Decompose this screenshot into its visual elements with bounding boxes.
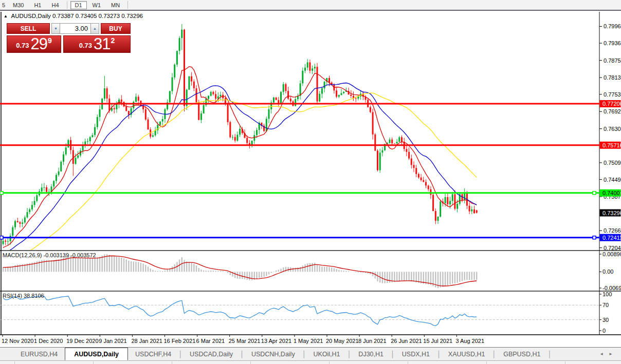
hline-right-handle[interactable] [593, 191, 596, 195]
timeframe-button-h4[interactable]: H4 [47, 1, 63, 9]
ma-line-mid [3, 83, 477, 254]
macd-signal-line [3, 256, 477, 286]
toolbar-separator [67, 1, 67, 9]
svg-text:9 Jan 2021: 9 Jan 2021 [99, 338, 126, 344]
splitter-divider [172, 361, 172, 364]
tab-gbpusd-h1[interactable]: GBPUSD,H1 [496, 348, 547, 360]
svg-text:0.75090: 0.75090 [604, 160, 621, 166]
macd-value-signal: -0.003572 [70, 252, 96, 258]
timeframe-button-5[interactable]: 5 [1, 1, 7, 9]
splitter-divider [250, 361, 251, 364]
one-click-trade-panel: SELL ▼ 3.00 ▲ BUY 0.73 29 9 0.73 31 2 [7, 23, 131, 53]
svg-text:0.79965: 0.79965 [604, 23, 621, 29]
rsi-line [3, 296, 477, 326]
rsi-indicator-label: RSI(14) 38.8106 [3, 293, 44, 299]
tab-xauusd-h1[interactable]: XAUUSD,H1 [441, 348, 492, 360]
timeframe-toolbar: 5M30H1H4D1W1MN [0, 0, 621, 11]
macd-name: MACD(12,26,9) [3, 252, 42, 258]
tab-dj30-h1[interactable]: DJ30,H1 [351, 348, 391, 360]
price-chart[interactable]: 0.799650.793650.787500.781350.775350.769… [0, 12, 621, 347]
splitter-divider [565, 361, 565, 364]
volume-input[interactable]: 3.00 [60, 23, 90, 34]
time-axis[interactable]: 12 Nov 20201 Dec 202019 Dec 20209 Jan 20… [2, 335, 484, 344]
volume-increase-button[interactable]: ▲ [90, 23, 99, 34]
tab-usdcnh-daily[interactable]: USDCNH,Daily [244, 348, 302, 360]
splitter-divider [93, 361, 94, 364]
horizontal-lines[interactable] [0, 104, 599, 239]
svg-text:0: 0 [602, 328, 606, 334]
collapse-trade-panel-icon[interactable]: ▲ [4, 14, 8, 18]
rsi-pane [0, 296, 599, 326]
svg-text:0.78750: 0.78750 [604, 58, 621, 64]
svg-text:8 Jun 2021: 8 Jun 2021 [358, 338, 386, 344]
timeframe-button-d1[interactable]: D1 [70, 1, 87, 9]
sell-button[interactable]: SELL [7, 23, 50, 34]
svg-text:0.74007: 0.74007 [602, 190, 621, 196]
chart-symbol-period: AUDUSD,Daily [11, 13, 50, 19]
ohlc-open: 0.73387 [52, 13, 74, 19]
svg-text:0.76305: 0.76305 [604, 126, 621, 132]
tab-usdx-h1[interactable]: USDX,H1 [395, 348, 437, 360]
chart-tabs-bar: EURUSD,H4AUDUSD,DailyUSDCHF,H4│USDCAD,Da… [0, 347, 621, 360]
svg-text:0.77535: 0.77535 [604, 91, 621, 98]
svg-text:20 May 2021: 20 May 2021 [326, 338, 359, 344]
buy-button[interactable]: BUY [101, 23, 131, 34]
svg-text:-0.006977: -0.006977 [602, 285, 621, 291]
buy-price-display[interactable]: 0.73 31 2 [63, 35, 131, 53]
splitter-divider [329, 361, 330, 364]
price-axis[interactable]: 0.799650.793650.787500.781350.775350.769… [599, 23, 621, 251]
splitter-divider [486, 361, 487, 364]
chart-window[interactable]: 0.799650.793650.787500.781350.775350.769… [0, 12, 621, 347]
tabbar-spacer [0, 348, 13, 360]
tab-separator: │ [391, 348, 395, 360]
macd-axis[interactable]: 0.0089030.00-0.006977 [599, 251, 621, 291]
sell-price-display[interactable]: 0.73 29 9 [7, 35, 61, 53]
chart-title: ▲ AUDUSD,Daily 0.73387 0.73405 0.73273 0… [4, 13, 143, 19]
volume-decrease-button[interactable]: ▼ [51, 23, 60, 34]
tab-ukoil-h1[interactable]: UKOil,H1 [306, 348, 347, 360]
svg-text:0.75716: 0.75716 [602, 142, 621, 148]
timeframe-button-h1[interactable]: H1 [29, 1, 46, 9]
ma-line-fast [3, 67, 477, 247]
svg-text:0.79365: 0.79365 [604, 40, 621, 46]
ohlc-close: 0.73296 [121, 13, 143, 19]
timeframe-button-mn[interactable]: MN [106, 1, 124, 9]
tab-separator: │ [492, 348, 496, 360]
svg-text:0.72045: 0.72045 [604, 245, 621, 251]
tab-scroll-arrows: ◄► [599, 352, 618, 356]
svg-text:16 Feb 2021: 16 Feb 2021 [164, 338, 196, 344]
hline-left-handle[interactable] [0, 236, 3, 239]
tab-separator: │ [302, 348, 306, 360]
svg-text:1 May 2021: 1 May 2021 [294, 338, 323, 344]
hline-left-handle[interactable] [0, 191, 3, 195]
splitter-divider [14, 361, 15, 364]
svg-text:30: 30 [602, 317, 609, 323]
tab-usdcad-daily[interactable]: USDCAD,Daily [182, 348, 240, 360]
svg-text:1 Dec 2020: 1 Dec 2020 [34, 338, 63, 344]
scroll-tabs-right-icon[interactable]: ► [609, 352, 618, 356]
tab-separator: │ [348, 348, 352, 360]
splitter-divider [408, 361, 408, 364]
hline-right-handle[interactable] [593, 236, 596, 239]
svg-text:100: 100 [602, 291, 612, 297]
macd-pane [3, 254, 478, 288]
tab-eurusd-h4[interactable]: EURUSD,H4 [13, 348, 65, 360]
tab-separator: │ [437, 348, 441, 360]
timeframe-button-w1[interactable]: W1 [88, 1, 106, 9]
svg-text:0.78135: 0.78135 [604, 74, 621, 81]
timeframe-button-m30[interactable]: M30 [8, 1, 28, 9]
tab-usdchf-h4[interactable]: USDCHF,H4 [128, 348, 178, 360]
scroll-tabs-left-icon[interactable]: ◄ [599, 352, 609, 356]
tab-separator: │ [178, 348, 182, 360]
svg-text:26 Jun 2021: 26 Jun 2021 [391, 338, 422, 344]
tab-audusd-daily[interactable]: AUDUSD,Daily [65, 348, 128, 360]
svg-text:0.77200: 0.77200 [602, 101, 621, 107]
rsi-name: RSI(14) [3, 293, 22, 299]
svg-text:70: 70 [602, 302, 609, 308]
rsi-value: 38.8106 [24, 293, 44, 299]
bottom-splitter-strip [0, 360, 621, 364]
svg-text:0.72411: 0.72411 [602, 235, 621, 241]
svg-text:25 Mar 2021: 25 Mar 2021 [229, 338, 261, 344]
rsi-axis[interactable]: 10070300 [599, 291, 612, 334]
ohlc-low: 0.73273 [99, 13, 120, 19]
